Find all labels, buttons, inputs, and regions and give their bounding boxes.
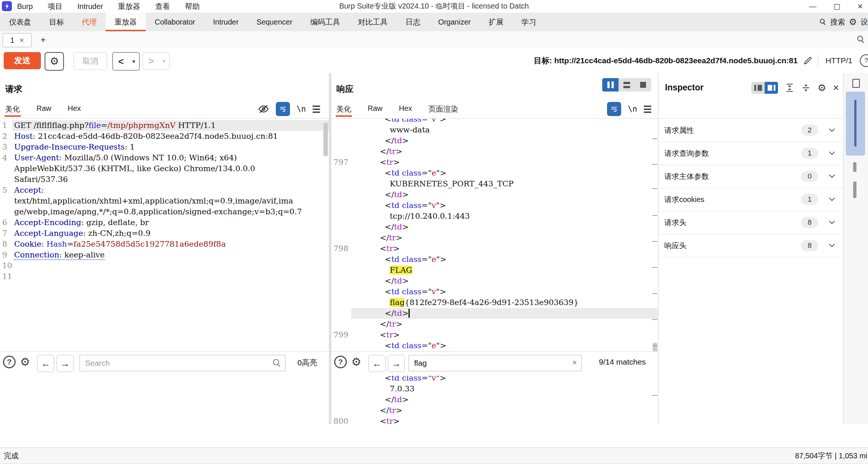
editor-line[interactable]: 11 xyxy=(0,271,329,282)
response-tab-页面渲染[interactable]: 页面渲染 xyxy=(429,104,458,117)
search-icon[interactable] xyxy=(819,18,826,26)
cancel-button[interactable]: 取消 xyxy=(74,52,107,70)
editor-line[interactable]: </tr> xyxy=(331,319,658,330)
editor-line[interactable]: <td class="e"> xyxy=(331,168,658,179)
http-protocol-label[interactable]: HTTP/1 xyxy=(826,56,852,65)
help-icon[interactable]: ? xyxy=(860,54,868,67)
editor-line[interactable]: </tr> xyxy=(331,233,658,243)
editor-line[interactable]: 7Accept-Language: zh-CN,zh;q=0.9 xyxy=(0,228,329,239)
tab-close-icon[interactable]: × xyxy=(20,36,24,45)
main-tab-对比工具[interactable]: 对比工具 xyxy=(349,13,397,31)
main-tab-Sequencer[interactable]: Sequencer xyxy=(248,13,301,31)
editor-line[interactable]: </td> xyxy=(331,189,658,200)
editor-line[interactable]: 6Accept-Encoding: gzip, deflate, br xyxy=(0,217,329,228)
collapse-all-icon[interactable] xyxy=(801,83,811,93)
search-settings-icon[interactable]: ⚙ xyxy=(351,355,361,368)
request-scrollbar-thumb[interactable] xyxy=(323,123,328,156)
request-tab-Hex[interactable]: Hex xyxy=(68,104,81,117)
editor-line[interactable]: 1GET /flflflflag.php?file=/tmp/phprmgXnV… xyxy=(0,120,329,131)
response-tab-Hex[interactable]: Hex xyxy=(399,104,412,117)
inspector-section-3[interactable]: 请求主体参数0 xyxy=(658,165,843,188)
editor-line[interactable]: <td class="v"> xyxy=(331,119,658,125)
editor-line[interactable]: 3Upgrade-Insecure-Requests: 1 xyxy=(0,142,329,153)
editor-menu-icon[interactable] xyxy=(644,106,651,113)
editor-line[interactable]: Safari/537.36 xyxy=(0,174,329,185)
main-tab-代理[interactable]: 代理 xyxy=(73,13,106,31)
inspector-close-icon[interactable]: × xyxy=(833,83,839,93)
next-match-button[interactable]: → xyxy=(388,355,405,372)
maximize-button[interactable]: ▢ xyxy=(833,2,840,11)
layout-columns-button[interactable] xyxy=(602,78,619,92)
layout-single-button[interactable] xyxy=(635,78,651,92)
editor-line[interactable]: 7.0.33 xyxy=(331,384,658,394)
menu-item-项目[interactable]: 项目 xyxy=(48,1,62,12)
editor-line[interactable]: 5Accept: xyxy=(0,185,329,196)
show-newlines-toggle[interactable]: \n xyxy=(628,105,637,113)
editor-line[interactable]: </td> xyxy=(331,308,658,319)
menu-item-查看[interactable]: 查看 xyxy=(155,1,170,12)
chevron-down-icon[interactable] xyxy=(829,220,835,225)
dock-left-button[interactable] xyxy=(751,82,765,94)
main-tab-扩展[interactable]: 扩展 xyxy=(480,13,512,31)
history-forward-button[interactable]: > ▼ xyxy=(143,52,170,70)
main-tab-日志[interactable]: 日志 xyxy=(397,13,429,31)
main-tab-重放器[interactable]: 重放器 xyxy=(106,13,146,31)
editor-line[interactable]: www-data xyxy=(331,125,658,135)
editor-line[interactable]: </td> xyxy=(331,394,658,405)
inspector-section-2[interactable]: 请求查询参数1 xyxy=(658,142,843,165)
global-search-label[interactable]: 搜索 xyxy=(830,17,845,27)
editor-line[interactable]: <td class="v"> xyxy=(331,200,658,211)
menu-item-帮助[interactable]: 帮助 xyxy=(185,1,200,12)
editor-line[interactable]: text/html,application/xhtml+xml,applicat… xyxy=(0,196,329,206)
response-editor[interactable]: <td class="v"> www-data </td> </tr>797 <… xyxy=(331,119,658,424)
inspector-section-4[interactable]: 请求cookies1 xyxy=(658,188,843,211)
request-editor[interactable]: 1GET /flflflflag.php?file=/tmp/phprmgXnV… xyxy=(0,119,329,424)
editor-line[interactable]: flag{812fe279-8ef4-4a26-9d91-23513e90363… xyxy=(331,297,658,308)
main-tab-学习[interactable]: 学习 xyxy=(512,13,545,31)
editor-line[interactable]: FLAG xyxy=(331,265,658,276)
side-tab-active[interactable] xyxy=(846,92,865,156)
repeater-tab-1[interactable]: 1 × xyxy=(3,33,32,47)
menu-item-Burp[interactable]: Burp xyxy=(17,2,33,11)
send-settings-button[interactable]: ⚙ xyxy=(45,52,64,71)
response-search-input[interactable] xyxy=(413,356,565,370)
main-tab-仪表盘[interactable]: 仪表盘 xyxy=(0,13,40,31)
document-icon[interactable] xyxy=(852,79,860,88)
editor-line[interactable]: <td class="v"> xyxy=(331,286,658,297)
word-wrap-toggle[interactable] xyxy=(276,102,290,116)
editor-line[interactable]: ge/webp,image/apng,*/*;q=0.8,application… xyxy=(0,206,329,217)
inspector-section-6[interactable]: 响应头8 xyxy=(658,234,843,257)
add-tab-button[interactable]: + xyxy=(36,33,50,47)
editor-line[interactable]: </td> xyxy=(331,276,658,286)
prev-match-button[interactable]: ← xyxy=(37,355,54,372)
editor-line[interactable]: tcp://10.240.0.1:443 xyxy=(331,211,658,222)
side-tab-marker[interactable] xyxy=(853,162,856,172)
expand-all-icon[interactable] xyxy=(785,83,794,93)
clear-search-icon[interactable]: × xyxy=(572,358,577,368)
menu-item-Intruder[interactable]: Intruder xyxy=(77,2,103,11)
settings-gear-icon[interactable]: ⚙ xyxy=(849,17,857,26)
editor-line[interactable]: <td class="e"> xyxy=(331,254,658,265)
chevron-down-icon[interactable] xyxy=(829,197,835,202)
editor-line[interactable]: 8Cookie: Hash=fa25e54758d5d5c1927781a6ed… xyxy=(0,239,329,250)
search-settings-icon[interactable]: ⚙ xyxy=(20,355,30,368)
hide-eye-icon[interactable] xyxy=(258,103,269,115)
editor-line[interactable]: 4User-Agent: Mozilla/5.0 (Windows NT 10.… xyxy=(0,153,329,163)
request-search-input[interactable] xyxy=(84,356,269,370)
response-tab-美化[interactable]: 美化 xyxy=(336,104,351,117)
editor-menu-icon[interactable] xyxy=(313,106,320,113)
help-icon[interactable]: ? xyxy=(334,356,347,368)
tab-search-icon[interactable] xyxy=(856,35,865,44)
editor-line[interactable]: 2Host: 21cc4cad-e5dd-46db-820b-0823eea2d… xyxy=(0,131,329,142)
request-tab-Raw[interactable]: Raw xyxy=(36,104,51,117)
dropdown-arrow-icon[interactable]: ▼ xyxy=(128,59,140,64)
editor-line[interactable]: 799 <tr> xyxy=(331,330,658,340)
close-button[interactable]: × xyxy=(858,1,863,12)
editor-line[interactable]: 800 <tr> xyxy=(331,416,658,424)
show-newlines-toggle[interactable]: \n xyxy=(297,105,306,113)
editor-line[interactable]: </tr> xyxy=(331,146,658,157)
response-tab-Raw[interactable]: Raw xyxy=(368,104,383,117)
inspector-section-5[interactable]: 请求头8 xyxy=(658,211,843,234)
request-tab-美化[interactable]: 美化 xyxy=(5,104,20,117)
chevron-down-icon[interactable] xyxy=(829,174,835,179)
